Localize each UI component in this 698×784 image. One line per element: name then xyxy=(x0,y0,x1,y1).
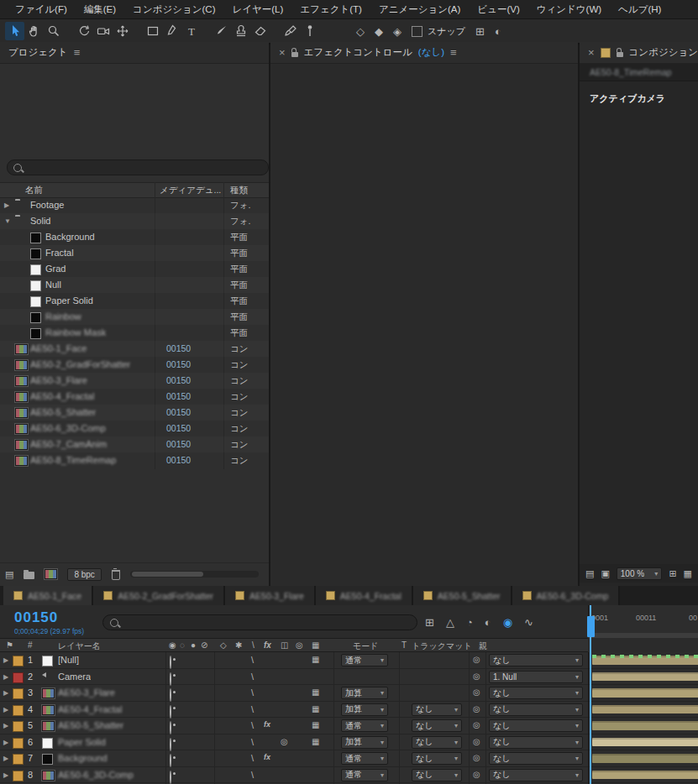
puppet-pin-tool-icon[interactable] xyxy=(300,22,319,40)
brush-tool-icon[interactable] xyxy=(212,22,231,40)
project-search-box[interactable] xyxy=(7,159,269,175)
composition-region-icon[interactable]: ◐ xyxy=(495,26,501,37)
layer-expand-arrow[interactable]: ▶ xyxy=(3,722,8,729)
timeline-layer-row[interactable]: ▶ 1 [Null] \ fx ◎ ▦ 通常▾ ▾ ◎ なし▾ xyxy=(0,652,588,669)
layer-duration-bar[interactable] xyxy=(592,754,698,763)
project-row[interactable]: AE50-2_GradForShatter 00150 コン xyxy=(0,357,269,373)
item-name[interactable]: Background xyxy=(45,232,95,242)
3d-switch[interactable]: ▦ xyxy=(312,687,319,697)
layer-track[interactable] xyxy=(589,702,698,719)
column-duration[interactable]: メディアデュ... xyxy=(160,185,221,196)
3d-switch[interactable]: ▦ xyxy=(312,737,319,746)
layer-track[interactable] xyxy=(589,669,698,686)
timeline-layer-row[interactable]: ▶ 8 AE50-6_3D-Comp \ fx ◎ ▦ 通常▾ なし▾ ◎ なし… xyxy=(0,767,588,784)
composition-name-label[interactable]: AE50-8_TimeRemap xyxy=(590,67,672,77)
layer-track[interactable] xyxy=(589,767,698,784)
quality-switch[interactable]: \ xyxy=(251,672,254,682)
project-row[interactable]: Background 平面 xyxy=(0,229,269,245)
zoom-dropdown[interactable]: 100 %▾ xyxy=(617,567,663,580)
layer-label-chip[interactable] xyxy=(13,656,24,666)
layer-expand-arrow[interactable]: ▶ xyxy=(3,656,8,664)
effects-ball-icon[interactable]: ◎ xyxy=(281,737,288,746)
parent-dropdown[interactable]: なし▾ xyxy=(489,769,583,781)
timeline-layer-row[interactable]: ▶ 5 AE50-5_Shatter \ fx ◎ ▦ 通常▾ なし▾ ◎ なし… xyxy=(0,718,588,734)
zoom-tool-icon[interactable] xyxy=(44,22,63,40)
timeline-layer-row[interactable]: ▶ 6 Paper Solid \ fx ◎ ▦ 加算▾ なし▾ ◎ なし▾ xyxy=(0,734,588,751)
label-column-icon[interactable]: ⚑ xyxy=(6,640,13,650)
axis-mode-local-icon[interactable]: ◇ xyxy=(356,26,365,37)
column-parent[interactable]: 親 xyxy=(479,640,487,652)
disclosure-arrow[interactable]: ▼ xyxy=(4,217,11,225)
motion-blur-icon[interactable]: ◉ xyxy=(503,616,512,629)
timeline-search-box[interactable] xyxy=(102,614,417,630)
parent-pickwhip-icon[interactable]: ◎ xyxy=(473,655,480,664)
layer-name[interactable]: AE50-3_Flare xyxy=(58,687,115,698)
axis-mode-world-icon[interactable]: ◆ xyxy=(375,26,383,37)
frame-blending-icon[interactable]: ◐ xyxy=(485,616,491,629)
timeline-tab[interactable]: AE50-2_GradForShatter xyxy=(93,586,225,605)
eye-icon[interactable] xyxy=(170,705,171,719)
clone-stamp-tool-icon[interactable] xyxy=(231,22,250,40)
layer-duration-bar[interactable] xyxy=(592,738,698,747)
quality-switch[interactable]: \ xyxy=(251,770,254,780)
quality-switch[interactable]: \ xyxy=(251,753,254,763)
layer-name[interactable]: Paper Solid xyxy=(58,737,106,747)
item-name[interactable]: AE50-6_3D-Comp xyxy=(30,423,106,433)
project-row[interactable]: AE50-3_Flare 00150 コン xyxy=(0,373,269,389)
project-row[interactable]: Rainbow 平面 xyxy=(0,309,269,325)
eye-icon[interactable] xyxy=(170,738,171,751)
comp-mini-flowchart-icon[interactable]: ⊞ xyxy=(425,616,434,629)
axis-mode-view-icon[interactable]: ◈ xyxy=(393,26,401,37)
fx-switch[interactable]: fx xyxy=(264,720,270,729)
column-t[interactable]: T xyxy=(401,640,407,650)
layer-track[interactable] xyxy=(589,652,698,669)
parent-dropdown[interactable]: 1. Null▾ xyxy=(489,671,583,683)
mode-dropdown[interactable]: 通常▾ xyxy=(341,719,388,732)
parent-dropdown[interactable]: なし▾ xyxy=(489,719,583,732)
project-row[interactable]: ▶ Footage フォ. xyxy=(0,197,269,213)
project-column-headers[interactable]: 名前 メディアデュ... 種類 xyxy=(0,182,269,198)
item-name[interactable]: AE50-1_Face xyxy=(30,343,87,353)
layer-name[interactable]: AE50-6_3D-Comp xyxy=(58,770,134,780)
layer-name[interactable]: AE50-5_Shatter xyxy=(58,720,123,730)
parent-pickwhip-icon[interactable]: ◎ xyxy=(473,687,480,697)
track-matte-dropdown[interactable]: なし▾ xyxy=(412,719,462,732)
layer-name[interactable]: Camera xyxy=(58,672,91,682)
project-row[interactable]: Rainbow Mask 平面 xyxy=(0,325,269,341)
layer-track[interactable] xyxy=(589,718,698,734)
layer-duration-bar[interactable] xyxy=(592,672,698,682)
exposure-icon[interactable]: ▦ xyxy=(684,568,692,579)
eye-icon[interactable] xyxy=(170,754,171,767)
timeline-layer-row[interactable]: ▶ 3 AE50-3_Flare \ fx ◎ ▦ 加算▾ ▾ ◎ なし▾ xyxy=(0,685,588,702)
active-camera-label[interactable]: アクティブカメラ xyxy=(590,92,665,105)
parent-pickwhip-icon[interactable]: ◎ xyxy=(473,720,480,729)
layer-label-chip[interactable] xyxy=(13,721,24,732)
selection-tool-icon[interactable] xyxy=(5,22,24,40)
project-row[interactable]: AE50-8_TimeRemap 00150 コン xyxy=(0,452,269,468)
timeline-tab[interactable]: AE50-5_Shatter xyxy=(413,586,512,605)
region-of-interest-icon[interactable]: ▣ xyxy=(601,568,609,579)
roto-brush-tool-icon[interactable] xyxy=(281,22,300,40)
quality-switch[interactable]: \ xyxy=(251,687,254,698)
project-row[interactable]: Paper Solid 平面 xyxy=(0,293,269,309)
layer-expand-arrow[interactable]: ▶ xyxy=(3,755,8,762)
parent-pickwhip-icon[interactable]: ◎ xyxy=(473,704,480,713)
parent-pickwhip-icon[interactable]: ◎ xyxy=(473,737,480,746)
shy-layers-icon[interactable]: ◔ xyxy=(466,616,473,629)
layer-label-chip[interactable] xyxy=(13,738,24,749)
mode-dropdown[interactable]: 加算▾ xyxy=(341,736,388,749)
item-name[interactable]: Rainbow xyxy=(45,311,81,321)
column-type[interactable]: 種類 xyxy=(230,185,248,196)
mode-dropdown[interactable]: 通常▾ xyxy=(341,752,388,765)
column-track-matte[interactable]: トラックマット xyxy=(412,640,472,652)
column-name[interactable]: 名前 xyxy=(25,185,43,196)
effect-controls-tab-label[interactable]: エフェクトコントロール xyxy=(304,46,412,59)
mask-path-toggle-icon[interactable]: ⊞ xyxy=(475,26,485,37)
new-folder-icon[interactable] xyxy=(24,572,34,579)
eye-icon[interactable] xyxy=(170,688,171,702)
item-name[interactable]: AE50-4_Fractal xyxy=(30,391,94,401)
quality-switch[interactable]: \ xyxy=(251,704,254,714)
project-row[interactable]: AE50-7_CamAnim 00150 コン xyxy=(0,436,269,452)
column-mode[interactable]: モード xyxy=(353,640,378,652)
item-name[interactable]: AE50-7_CamAnim xyxy=(30,439,107,449)
